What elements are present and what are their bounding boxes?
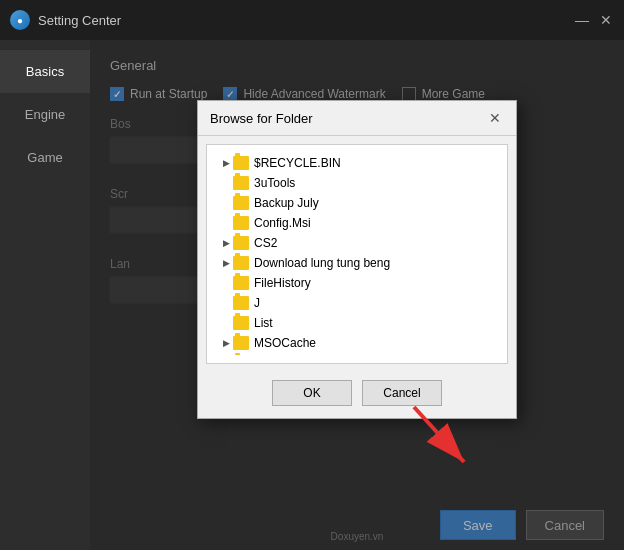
list-item[interactable]: 3uTools [215,173,497,193]
dialog-body: ▶ $RECYCLE.BIN 3uTools Backup J [206,144,508,364]
title-bar-controls: — ✕ [574,12,614,28]
folder-tree[interactable]: ▶ $RECYCLE.BIN 3uTools Backup J [215,153,499,355]
ok-button[interactable]: OK [272,380,352,406]
folder-name: $RECYCLE.BIN [254,156,493,170]
folder-name: Download lung tung beng [254,256,493,270]
folder-name: List [254,316,493,330]
list-item[interactable]: J [215,293,497,313]
minimize-button[interactable]: — [574,12,590,28]
list-item[interactable]: Backup July [215,193,497,213]
folder-arrow-icon: ▶ [219,236,233,250]
folder-name: FileHistory [254,276,493,290]
dialog-titlebar: Browse for Folder ✕ [198,101,516,136]
close-button[interactable]: ✕ [598,12,614,28]
title-bar-text: Setting Center [38,13,574,28]
folder-name: Backup July [254,196,493,210]
folder-arrow-icon [219,196,233,210]
folder-arrow-icon: ▶ [219,336,233,350]
folder-name: MSOCache [254,336,493,350]
sidebar-item-basics[interactable]: Basics [0,50,90,93]
folder-name: Config.Msi [254,216,493,230]
folder-arrow-icon [219,316,233,330]
main-layout: Basics Engine Game General Run at Startu… [0,40,624,550]
folder-arrow-icon: ▶ [219,256,233,270]
dialog-title: Browse for Folder [210,111,313,126]
folder-icon [233,296,249,310]
folder-icon [233,216,249,230]
browse-folder-dialog: Browse for Folder ✕ ▶ $RECYCLE.BIN [197,100,517,419]
folder-icon [233,196,249,210]
list-item[interactable]: Config.Msi [215,213,497,233]
folder-arrow-icon: ▶ [219,156,233,170]
sidebar: Basics Engine Game [0,40,90,550]
folder-icon [233,256,249,270]
list-item[interactable]: ▶ MSOCache [215,333,497,353]
folder-icon [233,176,249,190]
folder-icon [233,276,249,290]
sidebar-item-game[interactable]: Game [0,136,90,179]
folder-name: J [254,296,493,310]
list-item[interactable]: FileHistory [215,273,497,293]
folder-name: CS2 [254,236,493,250]
title-bar: ● Setting Center — ✕ [0,0,624,40]
folder-arrow-icon [219,276,233,290]
dialog-close-button[interactable]: ✕ [486,109,504,127]
content-area: General Run at Startup Hide Advanced Wat… [90,40,624,550]
folder-icon [233,336,249,350]
folder-arrow-icon [219,176,233,190]
cancel-dialog-button[interactable]: Cancel [362,380,442,406]
list-item[interactable]: ▶ Download lung tung beng [215,253,497,273]
list-item[interactable]: Music [215,353,497,355]
list-item[interactable]: ▶ CS2 [215,233,497,253]
folder-arrow-icon [219,216,233,230]
folder-arrow-icon [219,296,233,310]
list-item[interactable]: ▶ $RECYCLE.BIN [215,153,497,173]
sidebar-item-engine[interactable]: Engine [0,93,90,136]
list-item[interactable]: List [215,313,497,333]
app-icon: ● [10,10,30,30]
folder-name: 3uTools [254,176,493,190]
folder-icon [233,236,249,250]
folder-icon [233,156,249,170]
dialog-overlay: Browse for Folder ✕ ▶ $RECYCLE.BIN [90,40,624,550]
dialog-footer: OK Cancel [198,372,516,418]
folder-icon [233,316,249,330]
